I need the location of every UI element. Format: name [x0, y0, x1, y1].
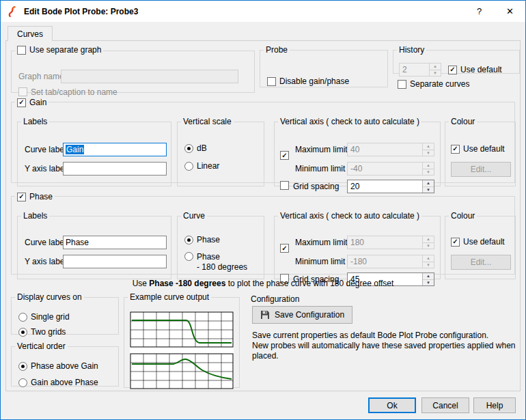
phase-curve-label: Curve label [25, 238, 66, 247]
gain-curve-label: Curve label [25, 145, 66, 154]
radio-icon [184, 144, 193, 153]
radio-icon [18, 313, 27, 322]
phase-labels-group: Labels Curve label Phase Y axis label [17, 211, 171, 279]
graph-name-label: Graph name [18, 72, 64, 81]
phase-minimum-spinner[interactable]: -180 ▲ ▼ [347, 255, 434, 268]
history-spinner[interactable]: 2 ▲ ▼ [399, 63, 441, 76]
phase-above-gain-radio[interactable]: Phase above Gain [18, 362, 98, 371]
group-phase: ✓ Phase Labels Curve label Phase Y axis … [11, 191, 515, 275]
phase-maximum-label: Maximum limit [295, 238, 348, 247]
group-probe: Probe Disable gain/phase [260, 45, 388, 87]
phase-colour-group: Colour ✓ Use default Edit... [445, 211, 516, 279]
phase-y-axis-input[interactable] [63, 255, 167, 268]
probe-legend: Probe [264, 45, 290, 55]
tab-panel: Use separate graph Graph name Set tab/ca… [5, 40, 521, 391]
configuration-description: Save current properties as default Bode … [252, 331, 517, 361]
spin-down-icon[interactable]: ▼ [430, 70, 441, 76]
phase-y-axis-label: Y axis label [25, 257, 66, 266]
titlebar-buttons: ? ✕ [464, 1, 525, 22]
gain-enable-checkbox[interactable]: ✓ Gain [17, 98, 46, 107]
separate-curves-checkbox[interactable]: Separate curves [398, 79, 469, 89]
checkbox-icon: ✓ [280, 151, 289, 160]
save-configuration-button[interactable]: Save Configuration [252, 306, 352, 324]
gain-minimum-spinner[interactable]: -40 ▲ ▼ [347, 162, 434, 176]
gain-y-axis-label: Y axis label [25, 165, 66, 173]
phase-colour-use-default-checkbox[interactable]: ✓ Use default [451, 237, 505, 247]
phase-maximum-spinner[interactable]: 180 ▲ ▼ [347, 236, 434, 249]
checkbox-icon: ✓ [280, 244, 289, 253]
phase-radio[interactable]: Phase [184, 236, 220, 244]
checkbox-icon: ✓ [451, 145, 460, 154]
gain-auto-calculate-checkbox[interactable]: ✓ [280, 151, 289, 160]
set-tab-caption-checkbox[interactable]: Set tab/caption to name [18, 87, 117, 97]
gain-labels-group: Labels Curve label Gain Y axis label [17, 117, 171, 186]
checkbox-icon [280, 181, 289, 190]
checkbox-icon [17, 46, 26, 55]
spin-up-icon[interactable]: ▲ [423, 236, 434, 242]
use-separate-graph-label: Use separate graph [29, 45, 101, 55]
configuration-label: Configuration [251, 295, 299, 304]
spin-down-icon[interactable]: ▼ [423, 242, 434, 249]
close-button[interactable]: ✕ [495, 1, 525, 22]
example-plot [130, 311, 234, 389]
gain-grid-spacing-label: Grid spacing [293, 182, 339, 191]
single-grid-radio[interactable]: Single grid [18, 313, 70, 322]
two-grids-radio[interactable]: Two grids [18, 328, 66, 337]
spin-up-icon[interactable]: ▲ [423, 255, 434, 262]
spin-down-icon[interactable]: ▼ [423, 262, 434, 268]
phase-enable-checkbox[interactable]: ✓ Phase [17, 192, 53, 201]
gain-above-phase-radio[interactable]: Gain above Phase [18, 378, 98, 387]
radio-icon [184, 252, 193, 261]
phase-curve-label-input[interactable]: Phase [63, 236, 167, 249]
spin-up-icon[interactable]: ▲ [430, 64, 441, 70]
gain-curve-label-input[interactable]: Gain [63, 143, 167, 156]
history-legend: History [397, 45, 426, 55]
phase-vertical-axis-group: Vertical axis ( check to auto calculate … [274, 211, 441, 279]
cancel-button[interactable]: Cancel [421, 397, 469, 413]
radio-icon [18, 362, 27, 371]
tab-curves[interactable]: Curves [8, 26, 53, 41]
db-radio[interactable]: dB [184, 144, 207, 153]
checkbox-icon [267, 77, 276, 86]
gain-grid-spacing-checkbox[interactable] [280, 181, 289, 190]
gain-maximum-spinner[interactable]: 40 ▲ ▼ [347, 143, 434, 156]
spin-up-icon[interactable]: ▲ [423, 180, 434, 186]
group-example-curve: Example curve output [124, 292, 240, 388]
gain-vertical-axis-group: Vertical axis ( check to auto calculate … [274, 117, 441, 186]
linear-radio[interactable]: Linear [184, 162, 219, 171]
phase-colour-edit-button[interactable]: Edit... [451, 255, 511, 270]
radio-icon [18, 378, 27, 387]
gain-y-axis-input[interactable] [63, 162, 167, 176]
help-footer-button[interactable]: Help [473, 397, 516, 413]
history-use-default-checkbox[interactable]: ✓ Use default [448, 65, 502, 74]
gain-minimum-label: Minimum limit [295, 165, 345, 173]
spin-up-icon[interactable]: ▲ [423, 163, 434, 169]
group-history: History 2 ▲ ▼ ✓ Use default [393, 45, 520, 74]
gain-colour-use-default-checkbox[interactable]: ✓ Use default [451, 144, 505, 154]
phase-curve-group: Curve Phase Phase - 180 degrees [177, 211, 264, 279]
save-icon [260, 310, 270, 320]
help-button[interactable]: ? [464, 1, 495, 22]
checkbox-icon [398, 80, 406, 89]
window-title: Edit Bode Plot Probe: Probe3 [24, 7, 138, 16]
phase-offset-note: Use Phase -180 degrees to plot the phase… [6, 279, 520, 288]
gain-maximum-label: Maximum limit [295, 145, 348, 154]
gain-vertical-scale-group: Vertical scale dB Linear [177, 117, 264, 186]
gain-colour-edit-button[interactable]: Edit... [451, 162, 511, 177]
ok-button[interactable]: Ok [368, 397, 416, 413]
use-separate-graph-checkbox[interactable]: Use separate graph [17, 45, 101, 55]
spin-down-icon[interactable]: ▼ [423, 169, 434, 176]
disable-gain-phase-checkbox[interactable]: Disable gain/phase [267, 76, 349, 86]
spin-up-icon[interactable]: ▲ [423, 143, 434, 150]
checkbox-icon [18, 87, 27, 96]
group-use-separate-graph: Use separate graph Graph name Set tab/ca… [11, 45, 255, 93]
phase-minus-180-radio[interactable]: Phase - 180 degrees [184, 252, 247, 272]
graph-name-input[interactable] [61, 70, 238, 83]
spin-down-icon[interactable]: ▼ [423, 150, 434, 156]
group-vertical-order: Vertical order Phase above Gain Gain abo… [11, 341, 119, 387]
checkbox-icon: ✓ [17, 98, 26, 107]
radio-icon [184, 236, 193, 244]
gain-colour-group: Colour ✓ Use default Edit... [445, 117, 516, 186]
app-logo-icon [7, 6, 18, 17]
phase-auto-calculate-checkbox[interactable]: ✓ [280, 244, 289, 253]
